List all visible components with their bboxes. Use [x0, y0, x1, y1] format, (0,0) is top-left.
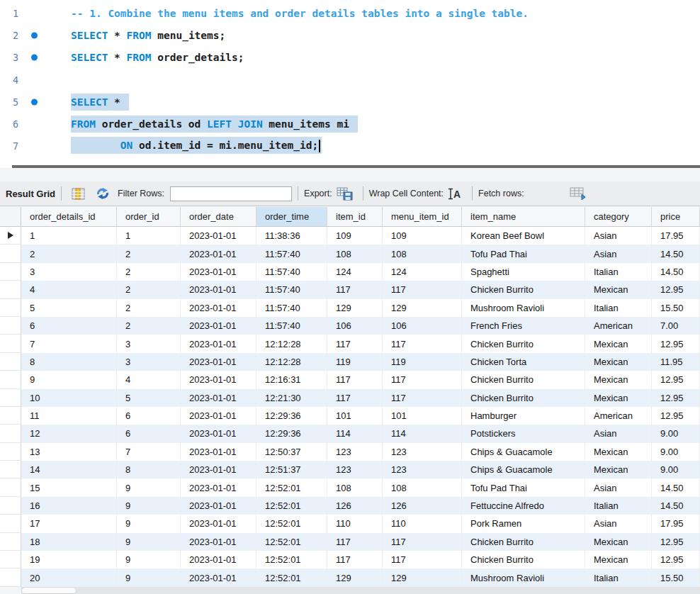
table-cell[interactable]: 9.00: [652, 443, 700, 461]
row-selector[interactable]: [0, 245, 21, 262]
column-header-category[interactable]: category: [585, 207, 652, 226]
table-cell[interactable]: Chicken Burrito: [462, 335, 585, 352]
table-cell[interactable]: 12:16:31: [256, 371, 327, 388]
table-cell[interactable]: 6: [117, 407, 181, 425]
table-cell[interactable]: 15.50: [652, 568, 700, 586]
table-cell[interactable]: Chicken Burrito: [462, 389, 585, 407]
column-header-item_name[interactable]: item_name: [462, 207, 585, 226]
table-cell[interactable]: Tofu Pad Thai: [462, 245, 585, 262]
table-cell[interactable]: 2023-01-01: [181, 497, 256, 515]
editor-line[interactable]: 7 ON od.item_id = mi.menu_item_id;: [0, 135, 700, 157]
table-cell[interactable]: 2023-01-01: [181, 299, 256, 317]
table-cell[interactable]: 11: [21, 407, 117, 425]
row-selector[interactable]: [0, 353, 21, 371]
table-cell[interactable]: 11.95: [652, 353, 700, 371]
table-cell[interactable]: 17: [21, 515, 117, 532]
table-cell[interactable]: 124: [327, 263, 383, 281]
table-cell[interactable]: 129: [327, 568, 383, 586]
table-cell[interactable]: 3: [21, 263, 117, 281]
table-cell[interactable]: Chips & Guacamole: [462, 461, 585, 478]
table-cell[interactable]: Mexican: [585, 461, 652, 478]
table-cell[interactable]: 4: [117, 371, 181, 388]
table-cell[interactable]: 2: [117, 263, 181, 281]
table-cell[interactable]: Mushroom Ravioli: [462, 568, 585, 586]
table-cell[interactable]: 2023-01-01: [181, 263, 256, 281]
table-cell[interactable]: 5: [117, 389, 181, 407]
row-selector[interactable]: [0, 263, 21, 281]
table-cell[interactable]: 119: [327, 353, 383, 371]
table-cell[interactable]: Chicken Burrito: [462, 551, 585, 568]
table-cell[interactable]: 2023-01-01: [181, 389, 256, 407]
table-cell[interactable]: Mexican: [585, 389, 652, 407]
table-cell[interactable]: 2023-01-01: [181, 443, 256, 461]
table-cell[interactable]: 18: [21, 533, 117, 551]
column-header-order_date[interactable]: order_date: [181, 207, 256, 226]
table-cell[interactable]: 12.95: [652, 533, 700, 551]
table-cell[interactable]: 12:52:01: [256, 497, 327, 515]
row-selector[interactable]: [0, 443, 21, 461]
table-cell[interactable]: 12:12:28: [256, 335, 327, 352]
table-cell[interactable]: 117: [327, 389, 383, 407]
table-cell[interactable]: 2023-01-01: [181, 478, 256, 496]
table-cell[interactable]: 1: [117, 227, 181, 245]
table-cell[interactable]: 9.00: [652, 461, 700, 478]
column-header-item_id[interactable]: item_id: [327, 207, 383, 226]
table-cell[interactable]: 101: [383, 407, 462, 425]
table-cell[interactable]: Mexican: [585, 353, 652, 371]
row-selector[interactable]: [0, 371, 21, 388]
table-cell[interactable]: 119: [383, 353, 462, 371]
table-cell[interactable]: 126: [383, 497, 462, 515]
table-cell[interactable]: 12:52:01: [256, 515, 327, 532]
table-cell[interactable]: 12.95: [652, 335, 700, 352]
table-cell[interactable]: 123: [327, 461, 383, 478]
table-cell[interactable]: 2023-01-01: [181, 335, 256, 352]
table-cell[interactable]: Potstickers: [462, 425, 585, 442]
table-cell[interactable]: 12:52:01: [256, 533, 327, 551]
horizontal-scrollbar-thumb[interactable]: [21, 587, 77, 594]
table-cell[interactable]: 12:21:30: [256, 389, 327, 407]
table-cell[interactable]: 117: [383, 551, 462, 568]
table-cell[interactable]: 7.00: [652, 317, 700, 335]
table-cell[interactable]: 9.00: [652, 425, 700, 442]
table-cell[interactable]: American: [585, 317, 652, 335]
table-cell[interactable]: Asian: [585, 478, 652, 496]
table-cell[interactable]: 110: [383, 515, 462, 532]
code-text[interactable]: ON od.item_id = mi.menu_item_id;: [71, 140, 322, 152]
table-cell[interactable]: 126: [327, 497, 383, 515]
table-cell[interactable]: Asian: [585, 245, 652, 262]
table-cell[interactable]: Fettuccine Alfredo: [462, 497, 585, 515]
table-cell[interactable]: Mushroom Ravioli: [462, 299, 585, 317]
table-cell[interactable]: 2023-01-01: [181, 371, 256, 388]
table-cell[interactable]: 12.95: [652, 371, 700, 388]
table-cell[interactable]: Chips & Guacamole: [462, 443, 585, 461]
row-selector[interactable]: [0, 515, 21, 532]
table-cell[interactable]: 9: [117, 533, 181, 551]
table-cell[interactable]: 12:12:28: [256, 353, 327, 371]
table-cell[interactable]: 108: [327, 245, 383, 262]
horizontal-scrollbar[interactable]: [21, 587, 700, 594]
column-header-menu_item_id[interactable]: menu_item_id: [383, 207, 462, 226]
result-grid-icon[interactable]: [72, 188, 85, 200]
column-header-price[interactable]: price: [652, 207, 700, 226]
row-selector[interactable]: [0, 335, 21, 352]
table-cell[interactable]: 2023-01-01: [181, 281, 256, 298]
table-cell[interactable]: 129: [327, 299, 383, 317]
table-cell[interactable]: Italian: [585, 497, 652, 515]
table-cell[interactable]: Pork Ramen: [462, 515, 585, 532]
table-cell[interactable]: 14.50: [652, 497, 700, 515]
table-cell[interactable]: Asian: [585, 515, 652, 532]
refresh-icon[interactable]: [96, 188, 109, 199]
table-cell[interactable]: 9: [117, 515, 181, 532]
table-cell[interactable]: Mexican: [585, 281, 652, 298]
table-cell[interactable]: 108: [327, 478, 383, 496]
row-selector[interactable]: [0, 551, 21, 568]
table-cell[interactable]: 8: [117, 461, 181, 478]
table-cell[interactable]: 11:57:40: [256, 317, 327, 335]
table-cell[interactable]: 108: [383, 245, 462, 262]
table-cell[interactable]: 123: [383, 443, 462, 461]
table-cell[interactable]: 19: [21, 551, 117, 568]
row-selector[interactable]: [0, 533, 21, 551]
editor-line[interactable]: 3SELECT * FROM order_details;: [0, 47, 700, 69]
table-cell[interactable]: 12.95: [652, 389, 700, 407]
table-cell[interactable]: 7: [117, 443, 181, 461]
